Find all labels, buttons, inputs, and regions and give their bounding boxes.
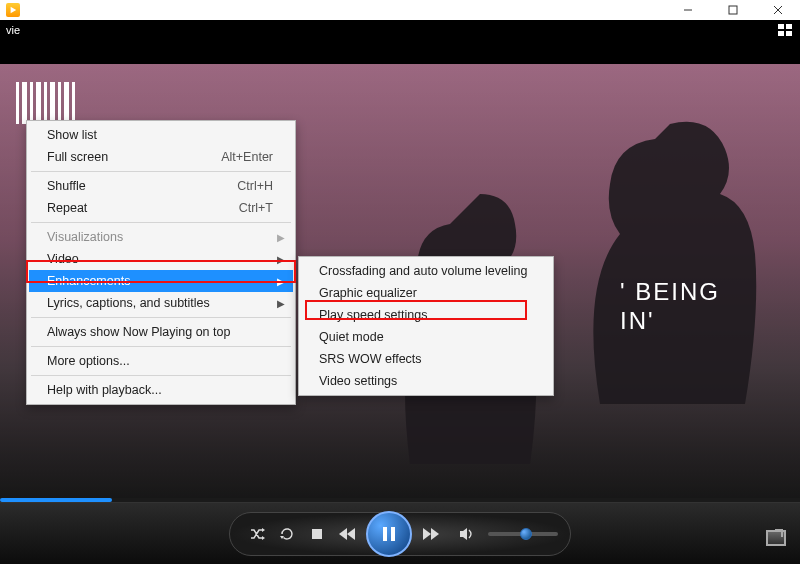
menu-item[interactable]: Always show Now Playing on top [29,321,293,343]
menu-item-label: Full screen [47,150,108,164]
submenu-arrow-icon: ▶ [277,298,285,309]
transport-cluster [229,512,571,556]
menu-item-label: Lyrics, captions, and subtitles [47,296,210,310]
menu-separator [31,171,291,172]
submenu-arrow-icon: ▶ [277,232,285,243]
volume-knob[interactable] [520,528,532,540]
svg-marker-12 [460,528,467,540]
volume-slider[interactable] [488,532,558,536]
submenu-item-label: Play speed settings [319,308,427,322]
titlebar [0,0,800,20]
mute-button[interactable] [452,519,482,549]
menu-item-label: Repeat [47,201,87,215]
menu-item[interactable]: ShuffleCtrl+H [29,175,293,197]
menu-item-label: Enhancements [47,274,130,288]
menu-item-label: Visualizations [47,230,123,244]
app-icon [6,3,20,17]
svg-marker-11 [431,528,439,540]
play-pause-button[interactable] [366,511,412,557]
playback-controls: 00:56 [0,502,800,564]
menu-item[interactable]: Full screenAlt+Enter [29,146,293,168]
submenu-item[interactable]: Graphic equalizer [301,282,551,304]
overlay-line-1: ' BEING [620,278,720,307]
menu-item[interactable]: Video▶ [29,248,293,270]
svg-marker-10 [423,528,431,540]
menu-item-shortcut: Ctrl+H [237,179,273,193]
repeat-button[interactable] [272,519,302,549]
menu-item-label: Video [47,252,79,266]
menu-item[interactable]: Lyrics, captions, and subtitles▶ [29,292,293,314]
menu-separator [31,222,291,223]
menu-separator [31,317,291,318]
forward-button[interactable] [416,519,446,549]
close-button[interactable] [755,0,800,20]
stop-button[interactable] [302,519,332,549]
now-playing-bar: vie [0,20,800,64]
svg-marker-0 [11,7,17,13]
fullscreen-button[interactable] [766,530,786,546]
menu-item[interactable]: Enhancements▶ [29,270,293,292]
submenu-item[interactable]: SRS WOW effects [301,348,551,370]
menu-item[interactable]: Show list [29,124,293,146]
enhancements-submenu: Crossfading and auto volume levelingGrap… [298,256,554,396]
menu-item: Visualizations▶ [29,226,293,248]
menu-item-shortcut: Ctrl+T [239,201,273,215]
switch-to-library-icon[interactable] [778,24,794,36]
submenu-item-label: Graphic equalizer [319,286,417,300]
menu-item-label: Show list [47,128,97,142]
submenu-item-label: Video settings [319,374,397,388]
barcode-graphic [16,82,75,124]
submenu-item[interactable]: Play speed settings [301,304,551,326]
submenu-item-label: Crossfading and auto volume leveling [319,264,527,278]
svg-marker-7 [339,528,347,540]
svg-rect-2 [729,6,737,14]
figure-right [540,104,760,404]
menu-item[interactable]: RepeatCtrl+T [29,197,293,219]
menu-item-label: Always show Now Playing on top [47,325,230,339]
overlay-line-2: IN' [620,307,720,336]
maximize-button[interactable] [710,0,755,20]
svg-marker-6 [347,528,355,540]
submenu-item-label: Quiet mode [319,330,384,344]
svg-rect-5 [312,529,322,539]
window-controls [665,0,800,20]
menu-item-label: Shuffle [47,179,86,193]
menu-separator [31,375,291,376]
submenu-item[interactable]: Crossfading and auto volume leveling [301,260,551,282]
menu-item[interactable]: Help with playback... [29,379,293,401]
menu-item-label: More options... [47,354,130,368]
menu-item-label: Help with playback... [47,383,162,397]
context-menu: Show listFull screenAlt+EnterShuffleCtrl… [26,120,296,405]
minimize-button[interactable] [665,0,710,20]
submenu-arrow-icon: ▶ [277,254,285,265]
submenu-arrow-icon: ▶ [277,276,285,287]
shuffle-button[interactable] [242,519,272,549]
submenu-item[interactable]: Quiet mode [301,326,551,348]
menu-item-shortcut: Alt+Enter [221,150,273,164]
rewind-button[interactable] [332,519,362,549]
menu-item[interactable]: More options... [29,350,293,372]
now-playing-label: vie [6,24,20,36]
menu-separator [31,346,291,347]
submenu-item[interactable]: Video settings [301,370,551,392]
submenu-item-label: SRS WOW effects [319,352,422,366]
video-overlay-text: ' BEING IN' [620,278,720,336]
svg-rect-9 [391,527,395,541]
svg-rect-8 [383,527,387,541]
